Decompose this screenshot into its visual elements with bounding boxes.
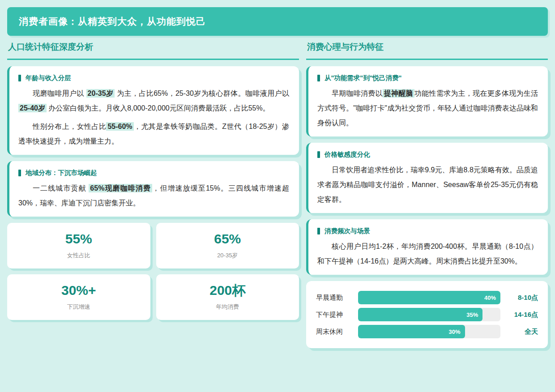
chart-row: 下午提神 35% 14-16点 [316,308,538,321]
page-title: 消费者画像：从精英到大众，从功能到悦己 [19,15,206,28]
text-run: 性别分布上，女性占比 [33,123,106,130]
text-run: 日常饮用者追求性价比，瑞幸9.9元、库迪8.8元策略有效。品质追求者愿为精品咖啡… [317,166,538,203]
stat-label: 女性占比 [67,251,90,260]
stats-grid: 55% 女性占比 65% 20-35岁 30%+ 下沉增速 200杯 年均消费 [7,223,299,320]
highlight-text: 65%现磨咖啡消费 [89,184,152,192]
chart-value-label: 30% [448,328,460,335]
chart-row: 早晨通勤 40% 8-10点 [316,291,538,304]
page: 消费者画像：从精英到大众，从功能到悦己 人口统计特征深度分析 年龄与收入分层 现… [0,7,555,354]
card-paragraph: 日常饮用者追求性价比，瑞幸9.9元、库迪8.8元策略有效。品质追求者愿为精品咖啡… [317,162,538,207]
chart-bar-fill: 40% [358,291,500,304]
right-section-title: 消费心理与行为特征 [306,41,548,60]
chart-bar-track: 40% [358,291,500,304]
card-paragraph: 性别分布上，女性占比55-60%，尤其是拿铁等奶咖品类。Z世代（18-25岁）渗… [18,119,289,149]
card-age-income: 年龄与收入分层 现磨咖啡用户以 20-35岁 为主，占比65%，25-30岁为核… [7,66,299,155]
left-cards-area: 年龄与收入分层 现磨咖啡用户以 20-35岁 为主，占比65%，25-30岁为核… [7,60,299,320]
heading-bullet-icon [317,151,320,158]
highlight-text: 55-60% [106,122,133,131]
chart-value-label: 35% [466,311,478,318]
stat-card-sinking-growth: 30%+ 下沉增速 [7,274,150,320]
card-heading: 地域分布：下沉市场崛起 [18,168,289,177]
stat-card-age-share: 65% 20-35岁 [156,223,299,268]
chart-category-label: 周末休闲 [316,328,353,336]
heading-bullet-icon [317,75,320,81]
chart-bar-fill: 35% [358,308,482,321]
chart-bar-fill: 30% [358,325,465,338]
card-heading-text: 从"功能需求"到"悦己消费" [324,73,402,82]
content-columns: 人口统计特征深度分析 年龄与收入分层 现磨咖啡用户以 20-35岁 为主，占比6… [0,36,555,354]
chart-bar-track: 35% [358,308,500,321]
right-column: 消费心理与行为特征 从"功能需求"到"悦己消费" 早期咖啡消费以提神醒脑功能性需… [306,36,548,354]
stat-label: 年均消费 [216,303,239,311]
card-region-distribution: 地域分布：下沉市场崛起 一二线城市贡献 65%现磨咖啡消费，但增速放缓至15%。… [7,161,299,217]
card-price-sensitivity: 价格敏感度分化 日常饮用者追求性价比，瑞幸9.9元、库迪8.8元策略有效。品质追… [306,143,548,213]
text-run: 一二线城市贡献 [33,184,89,192]
card-heading: 消费频次与场景 [317,226,538,235]
stat-value: 55% [65,232,92,246]
card-heading-text: 价格敏感度分化 [324,150,370,159]
right-cards-area: 从"功能需求"到"悦己消费" 早期咖啡消费以提神醒脑功能性需求为主，现在更多体现… [306,60,548,348]
text-run: 为主，占比65%，25-30岁为核心群体。咖啡液用户以 [115,89,289,97]
card-frequency-scenes: 消费频次与场景 核心用户日均1-2杯，年均消费200-400杯。早晨通勤（8-1… [306,219,548,275]
chart-time-label: 8-10点 [508,294,538,302]
chart-row: 周末休闲 30% 全天 [316,325,538,338]
card-function-to-pleasure: 从"功能需求"到"悦己消费" 早期咖啡消费以提神醒脑功能性需求为主，现在更多体现… [306,66,548,136]
text-run: 现磨咖啡用户以 [33,89,86,97]
stat-label: 20-35岁 [217,251,238,260]
card-heading: 从"功能需求"到"悦己消费" [317,73,538,82]
card-heading-text: 消费频次与场景 [324,226,370,235]
highlight-text: 提神醒脑 [383,89,414,98]
chart-time-label: 全天 [508,328,538,336]
card-heading-text: 地域分布：下沉市场崛起 [26,168,97,177]
header-bar: 消费者画像：从精英到大众，从功能到悦己 [7,7,548,36]
card-paragraph: 核心用户日均1-2杯，年均消费200-400杯。早晨通勤（8-10点）和下午提神… [317,239,538,268]
text-run: 早期咖啡消费以 [332,89,383,97]
heading-bullet-icon [18,75,21,81]
card-heading-text: 年龄与收入分层 [26,73,71,82]
chart-category-label: 下午提神 [316,311,353,319]
card-paragraph: 现磨咖啡用户以 20-35岁 为主，占比65%，25-30岁为核心群体。咖啡液用… [18,86,289,115]
chart-time-label: 14-16点 [508,311,538,319]
chart-bar-track: 30% [358,325,500,338]
chart-value-label: 40% [484,294,496,301]
stat-value: 200杯 [209,283,245,298]
card-paragraph: 早期咖啡消费以提神醒脑功能性需求为主，现在更多体现为生活方式符号。"咖啡打卡"成… [317,86,538,130]
stat-card-female-share: 55% 女性占比 [7,223,150,268]
card-paragraph: 一二线城市贡献 65%现磨咖啡消费，但增速放缓至15%。三四线城市增速超30%，… [18,181,289,210]
chart-category-label: 早晨通勤 [316,294,353,302]
text-run: 办公室白领为主。月收入8,000-20,000元区间消费最活跃，占比55%。 [47,104,270,112]
highlight-text: 20-35岁 [86,89,115,98]
highlight-text: 25-40岁 [18,104,47,112]
text-run: 核心用户日均1-2杯，年均消费200-400杯。早晨通勤（8-10点）和下午提神… [317,243,538,265]
left-section-title: 人口统计特征深度分析 [7,41,299,60]
left-column: 人口统计特征深度分析 年龄与收入分层 现磨咖啡用户以 20-35岁 为主，占比6… [7,36,299,320]
heading-bullet-icon [317,228,320,234]
stat-value: 65% [214,232,241,246]
stat-card-annual-cups: 200杯 年均消费 [156,274,299,320]
stat-value: 30%+ [61,283,96,298]
stat-label: 下沉增速 [67,303,90,311]
card-heading: 年龄与收入分层 [18,73,289,82]
card-heading: 价格敏感度分化 [317,150,538,159]
time-distribution-chart: 早晨通勤 40% 8-10点 下午提神 35% [306,281,548,348]
heading-bullet-icon [18,170,21,176]
